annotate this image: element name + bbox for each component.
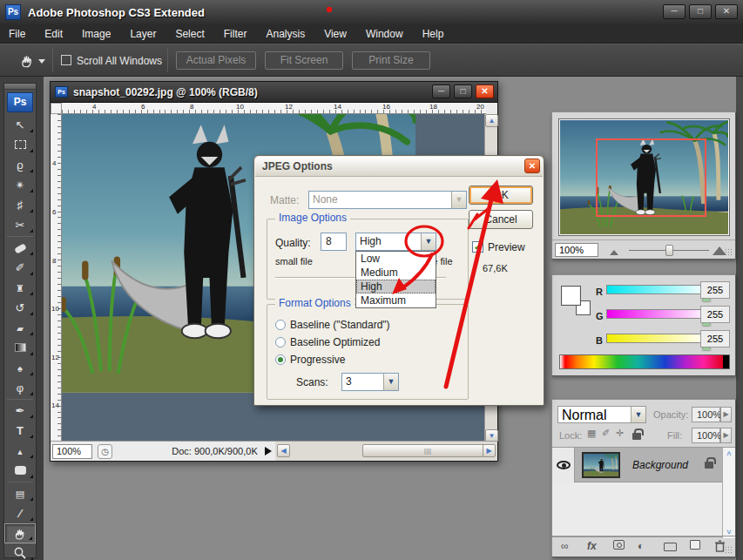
menu-layer[interactable]: Layer	[130, 28, 156, 40]
fill-arrow-icon[interactable]: ▶	[720, 428, 732, 443]
cancel-button[interactable]: Cancel	[469, 210, 533, 229]
chevron-down-icon[interactable]: ▼	[383, 374, 398, 390]
timer-icon[interactable]: ◷	[98, 444, 112, 459]
notes-tool-icon[interactable]	[4, 483, 36, 503]
lasso-tool-icon[interactable]	[4, 155, 36, 175]
quick-selection-tool-icon[interactable]	[4, 175, 36, 195]
scroll-left-icon[interactable]: ◀	[277, 444, 290, 457]
maximize-button[interactable]: □	[689, 4, 712, 19]
baseline-optimized-radio[interactable]	[275, 337, 286, 347]
blur-tool-icon[interactable]	[4, 358, 36, 378]
red-slider[interactable]	[606, 285, 709, 294]
layer-style-icon[interactable]: fx	[587, 540, 597, 552]
baseline-standard-radio[interactable]	[275, 320, 286, 330]
slice-tool-icon[interactable]	[4, 215, 36, 235]
lock-paint-icon[interactable]: ✐	[602, 428, 610, 439]
menu-file[interactable]: File	[9, 28, 25, 40]
type-tool-icon[interactable]	[4, 421, 36, 441]
lock-position-icon[interactable]: ✛	[616, 428, 624, 439]
eyedropper-tool-icon[interactable]	[4, 503, 36, 523]
green-slider[interactable]	[606, 309, 709, 319]
option-maximum[interactable]: Maximum	[356, 293, 436, 307]
actual-pixels-button[interactable]: Actual Pixels	[176, 51, 256, 70]
zoom-out-icon[interactable]	[610, 250, 618, 255]
hand-tool-button[interactable]	[4, 523, 36, 543]
close-button[interactable]: ✕	[715, 4, 738, 19]
eraser-tool-icon[interactable]	[4, 318, 36, 338]
path-selection-tool-icon[interactable]	[4, 441, 36, 461]
layers-scrollbar[interactable]: ˄ ˅	[722, 448, 735, 538]
blue-value-field[interactable]: 255	[700, 330, 730, 347]
menu-help[interactable]: Help	[422, 28, 444, 40]
scroll-right-icon[interactable]: ▶	[483, 444, 496, 457]
lock-transparency-icon[interactable]: ▦	[587, 428, 596, 439]
minimize-button[interactable]: ─	[663, 4, 686, 19]
quality-dropdown[interactable]: High ▼	[355, 233, 436, 251]
shape-tool-icon[interactable]	[4, 461, 36, 481]
horizontal-scrollbar[interactable]: ◀ |||| ▶	[275, 442, 497, 461]
option-high[interactable]: High	[356, 280, 436, 293]
new-group-icon[interactable]	[664, 543, 677, 551]
option-medium[interactable]: Medium	[356, 266, 436, 280]
fill-value[interactable]: 100%	[692, 428, 720, 443]
doc-minimize-button[interactable]: ─	[432, 84, 450, 98]
print-size-button[interactable]: Print Size	[352, 51, 430, 70]
menu-filter[interactable]: Filter	[224, 28, 247, 40]
foreground-color-swatch[interactable]	[561, 286, 581, 306]
opacity-value[interactable]: 100%	[692, 407, 720, 422]
marquee-tool-icon[interactable]	[4, 135, 36, 155]
doc-maximize-button[interactable]: □	[454, 84, 472, 98]
pen-tool-icon[interactable]	[4, 401, 36, 421]
option-low[interactable]: Low	[356, 252, 436, 266]
resize-grip[interactable]	[725, 248, 733, 257]
menu-select[interactable]: Select	[175, 28, 204, 40]
scroll-up-icon[interactable]: ▲	[485, 114, 498, 127]
doc-close-button[interactable]: ✕	[476, 84, 494, 98]
dialog-close-icon[interactable]: ✕	[524, 159, 540, 173]
healing-brush-tool-icon[interactable]	[4, 238, 36, 258]
navigator-zoom-field[interactable]: 100%	[555, 243, 598, 257]
status-menu-icon[interactable]	[265, 447, 272, 455]
chevron-down-icon[interactable]: ▼	[421, 233, 436, 250]
color-spectrum-ramp[interactable]	[559, 354, 730, 369]
document-titlebar[interactable]: Ps snapshot_00292.jpg @ 100% (RGB/8) ─ □…	[51, 82, 497, 103]
move-tool-icon[interactable]	[4, 115, 36, 135]
opacity-arrow-icon[interactable]: ▶	[720, 407, 732, 422]
scrollbar-thumb[interactable]: ||||	[362, 444, 493, 457]
menu-analysis[interactable]: Analysis	[266, 28, 305, 40]
zoom-level-field[interactable]: 100%	[52, 444, 92, 459]
menu-view[interactable]: View	[324, 28, 347, 40]
layer-name[interactable]: Background	[632, 459, 688, 471]
blue-slider[interactable]	[606, 334, 709, 343]
lock-all-icon[interactable]	[632, 433, 641, 440]
layer-mask-icon[interactable]	[617, 543, 622, 548]
toolbox-grip[interactable]	[4, 84, 36, 90]
brush-tool-icon[interactable]	[4, 258, 36, 278]
tool-preset-dropdown-icon[interactable]	[38, 59, 45, 64]
clone-stamp-tool-icon[interactable]	[4, 278, 36, 298]
navigator-view-rect[interactable]	[596, 138, 706, 217]
visibility-cell[interactable]	[552, 448, 575, 482]
green-value-field[interactable]: 255	[700, 306, 730, 323]
link-layers-icon[interactable]: ∞	[561, 540, 569, 552]
progressive-radio[interactable]	[275, 354, 286, 365]
resize-grip[interactable]	[725, 546, 733, 555]
adjustment-layer-icon[interactable]: ◐	[638, 540, 644, 552]
eye-icon[interactable]	[557, 461, 571, 469]
new-layer-icon[interactable]	[690, 540, 700, 550]
navigator-zoom-slider[interactable]	[629, 250, 709, 251]
menu-window[interactable]: Window	[366, 28, 403, 40]
history-brush-tool-icon[interactable]	[4, 298, 36, 318]
red-value-field[interactable]: 255	[700, 281, 730, 299]
quality-value-field[interactable]: 8	[321, 233, 347, 251]
chevron-down-icon[interactable]: ▼	[631, 407, 645, 422]
dodge-tool-icon[interactable]	[4, 378, 36, 398]
ok-button[interactable]: OK	[469, 186, 533, 205]
scroll-up-icon[interactable]: ˄	[724, 449, 734, 458]
layer-thumbnail[interactable]	[582, 452, 620, 478]
menu-edit[interactable]: Edit	[44, 28, 63, 40]
scans-dropdown[interactable]: 3 ▼	[341, 373, 399, 391]
crop-tool-icon[interactable]	[4, 195, 36, 215]
zoom-tool-icon[interactable]	[4, 543, 36, 560]
blend-mode-dropdown[interactable]: Normal ▼	[557, 406, 646, 423]
